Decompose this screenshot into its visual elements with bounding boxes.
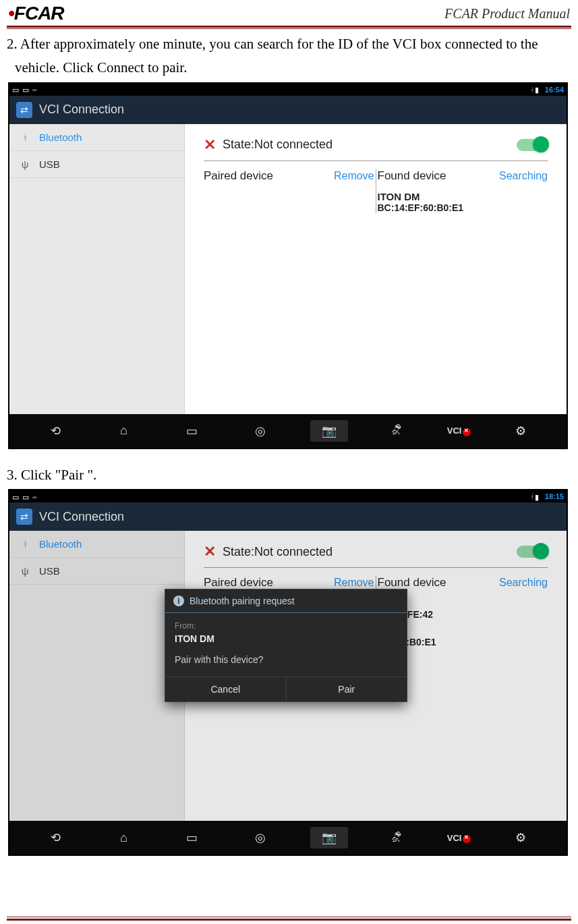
- content-pane: ✕ State:Not connected Paired device Remo…: [185, 124, 567, 414]
- screenshot-2: ▭ ▭ ⎓ ᚼ ▮ 18:15 ⇄ VCI Connection ᚼ Bluet…: [8, 489, 568, 856]
- vci-status[interactable]: VCI: [447, 833, 471, 843]
- bluetooth-icon: ᚼ: [19, 131, 31, 143]
- vci-text: VCI: [447, 426, 462, 436]
- content-pane: ✕ State:Not connected Paired device Remo…: [185, 531, 567, 821]
- image-icon: ▭: [22, 493, 30, 500]
- paired-label: Paired device: [204, 576, 273, 589]
- sidebar-item-label: USB: [39, 158, 60, 170]
- sidebar-item-bluetooth[interactable]: ᚼ Bluetooth: [9, 124, 184, 151]
- app-title: VCI Connection: [39, 510, 124, 524]
- back-button[interactable]: ⟲: [36, 827, 74, 848]
- chrome-icon[interactable]: ◎: [241, 420, 279, 442]
- app-icon: ⇄: [16, 509, 32, 525]
- page-header: •FCAR FCAR Product Manual: [0, 0, 578, 24]
- chrome-icon[interactable]: ◎: [241, 827, 279, 848]
- app-title: VCI Connection: [39, 103, 124, 117]
- sidebar: ᚼ Bluetooth ψ USB: [9, 531, 185, 821]
- bluetooth-pairing-dialog: i Bluetooth pairing request From: ITON D…: [165, 589, 407, 702]
- app-bar: ⇄ VCI Connection: [9, 96, 567, 124]
- page-footer: 24: [0, 917, 578, 924]
- usb-icon: ψ: [19, 158, 31, 170]
- screenshot-1: ▭ ▭ ⎓ ᚼ ▮ 16:54 ⇄ VCI Connection ᚼ Bluet…: [8, 82, 568, 449]
- home-button[interactable]: ⌂: [105, 827, 142, 848]
- vci-error-icon: [463, 835, 471, 843]
- bluetooth-icon: ᚼ: [530, 86, 535, 94]
- device-mac: BC:14:EF:60:B0:E1: [378, 202, 548, 213]
- image-icon: ▭: [12, 86, 20, 93]
- nav-bar: ⟲ ⌂ ▭ ◎ 📷 ⛐ VCI ⚙: [9, 414, 567, 448]
- settings-icon[interactable]: ⚙: [502, 420, 540, 442]
- logo-text: FCAR: [14, 3, 64, 24]
- battery-icon: ▮: [535, 493, 542, 500]
- info-icon: i: [173, 596, 184, 606]
- searching-label: Searching: [499, 577, 548, 589]
- home-button[interactable]: ⌂: [105, 420, 142, 442]
- sidebar-item-label: Bluetooth: [39, 538, 82, 550]
- usb-icon: ⎓: [32, 493, 40, 500]
- paired-label: Paired device: [204, 169, 273, 183]
- image-icon: ▭: [22, 86, 30, 93]
- brand-logo: •FCAR: [8, 3, 64, 24]
- bluetooth-icon: ᚼ: [530, 492, 535, 500]
- footer-rule-thin: [7, 917, 571, 917]
- footer-rule-thick: [7, 919, 571, 921]
- connection-state: State:Not connected: [223, 138, 517, 152]
- dialog-body: From: ITON DM Pair with this device?: [165, 613, 407, 676]
- bluetooth-toggle[interactable]: [517, 546, 548, 558]
- recents-button[interactable]: ▭: [173, 420, 211, 442]
- sidebar-item-usb[interactable]: ψ USB: [9, 151, 184, 178]
- close-icon: ✕: [204, 136, 216, 154]
- instruction-step3: 3. Click "Pair ".: [7, 465, 571, 485]
- android-statusbar: ▭ ▭ ⎓ ᚼ ▮ 16:54: [9, 84, 567, 96]
- pair-button[interactable]: Pair: [286, 677, 407, 701]
- header-rule-thick: [7, 26, 571, 28]
- sidebar: ᚼ Bluetooth ψ USB: [9, 124, 185, 414]
- bluetooth-toggle[interactable]: [517, 139, 548, 151]
- dialog-question: Pair with this device?: [175, 653, 397, 667]
- instruction-step2-line1: 2. After approximately one minute, you c…: [7, 34, 571, 54]
- sidebar-item-bluetooth[interactable]: ᚼ Bluetooth: [9, 531, 184, 558]
- remove-link[interactable]: Remove: [334, 577, 374, 589]
- app-bar: ⇄ VCI Connection: [9, 502, 567, 531]
- instruction-step2-line2: vehicle. Click Connect to pair.: [15, 58, 571, 78]
- dialog-from-name: ITON DM: [175, 632, 397, 646]
- bluetooth-icon: ᚼ: [19, 538, 31, 550]
- usb-icon: ⎓: [32, 86, 40, 93]
- app-icon: ⇄: [16, 102, 32, 118]
- usb-icon: ψ: [19, 565, 31, 577]
- car-icon[interactable]: ⛐: [378, 827, 416, 848]
- dialog-title: Bluetooth pairing request: [190, 596, 295, 606]
- camera-button[interactable]: 📷: [310, 827, 348, 848]
- image-icon: ▭: [12, 493, 20, 500]
- clock: 18:15: [545, 492, 564, 500]
- vci-error-icon: [463, 428, 471, 436]
- header-rule-thin: [7, 28, 571, 29]
- back-button[interactable]: ⟲: [36, 420, 74, 442]
- recents-button[interactable]: ▭: [173, 827, 211, 848]
- car-icon[interactable]: ⛐: [378, 420, 416, 442]
- remove-link[interactable]: Remove: [334, 170, 374, 182]
- battery-icon: ▮: [535, 86, 542, 93]
- sidebar-item-usb[interactable]: ψ USB: [9, 558, 184, 585]
- found-panel: Found device Searching ITON DM BC:14:EF:…: [378, 169, 548, 213]
- dialog-title-bar: i Bluetooth pairing request: [165, 589, 407, 613]
- sidebar-item-label: Bluetooth: [39, 132, 82, 143]
- nav-bar: ⟲ ⌂ ▭ ◎ 📷 ⛐ VCI ⚙: [9, 821, 567, 855]
- vci-text: VCI: [447, 833, 462, 843]
- searching-label: Searching: [499, 170, 548, 182]
- found-label: Found device: [378, 169, 446, 183]
- vci-status[interactable]: VCI: [447, 426, 471, 436]
- dialog-from-label: From:: [175, 620, 397, 632]
- clock: 16:54: [545, 86, 564, 94]
- found-label: Found device: [378, 576, 446, 589]
- close-icon: ✕: [204, 543, 216, 560]
- connection-state: State:Not connected: [223, 545, 517, 559]
- manual-title: FCAR Product Manual: [444, 6, 570, 22]
- found-device-item[interactable]: ITON DM BC:14:EF:60:B0:E1: [378, 191, 548, 213]
- camera-button[interactable]: 📷: [310, 420, 348, 442]
- settings-icon[interactable]: ⚙: [502, 827, 540, 848]
- sidebar-item-label: USB: [39, 565, 60, 577]
- cancel-button[interactable]: Cancel: [165, 677, 286, 701]
- android-statusbar: ▭ ▭ ⎓ ᚼ ▮ 18:15: [9, 490, 567, 502]
- panel-divider: [376, 169, 376, 213]
